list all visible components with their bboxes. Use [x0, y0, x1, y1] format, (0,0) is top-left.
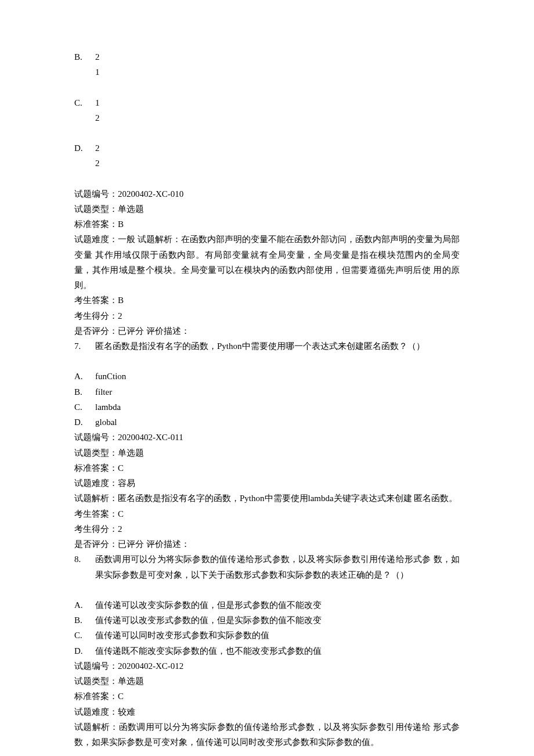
option-text-line1: 1	[95, 95, 460, 110]
difficulty: 试题难度：容易	[74, 476, 460, 491]
option-c: C. 1	[74, 95, 460, 110]
option-b: B. filter	[74, 384, 460, 399]
difficulty: 试题难度：较难	[74, 704, 460, 719]
option-letter: D.	[74, 141, 95, 156]
difficulty-analysis: 试题难度：一般 试题解析：在函数内部声明的变量不能在函数外部访问，函数内部声明的…	[74, 232, 460, 293]
option-c-line2: 2	[74, 110, 460, 125]
option-text: 值传递可以改变实际参数的值，但是形式参数的值不能改变	[95, 597, 460, 613]
option-text: 值传递既不能改变实际参数的值，也不能改变形式参数的值	[95, 643, 460, 658]
option-letter: B.	[74, 384, 95, 399]
question-stem: 函数调用可以分为将实际参数的值传递给形式参数，以及将实际参数引用传递给形式参 数…	[95, 552, 460, 582]
option-letter: D.	[74, 643, 95, 658]
candidate-answer: 考生答案：B	[74, 293, 460, 308]
analysis: 试题解析：函数调用可以分为将实际参数的值传递给形式参数，以及将实际参数引用传递给…	[74, 719, 460, 750]
candidate-score: 考生得分：2	[74, 521, 460, 537]
question-id: 试题编号：20200402-XC-011	[74, 430, 460, 445]
option-letter: B.	[74, 613, 95, 628]
option-b: B. 2	[74, 49, 460, 64]
option-d: D. global	[74, 415, 460, 430]
candidate-score: 考生得分：2	[74, 308, 460, 323]
option-d: D. 值传递既不能改变实际参数的值，也不能改变形式参数的值	[74, 643, 460, 658]
option-text-line1: 2	[95, 49, 460, 64]
answer-key: 标准答案：C	[74, 460, 460, 476]
option-letter: C.	[74, 628, 95, 643]
question-7: 7. 匿名函数是指没有名字的函数，Python中需要使用哪一个表达式来创建匿名函…	[74, 339, 460, 354]
option-text: global	[95, 415, 460, 430]
option-text: filter	[95, 384, 460, 399]
option-text: 值传递可以改变形式参数的值，但是实际参数的值不能改变	[95, 613, 460, 628]
option-letter: D.	[74, 415, 95, 430]
option-text-line2: 1	[95, 64, 460, 80]
option-b-line2: 1	[74, 64, 460, 80]
option-a: A. 值传递可以改变实际参数的值，但是形式参数的值不能改变	[74, 597, 460, 613]
option-d-line2: 2	[74, 156, 460, 171]
option-text-line2: 2	[95, 156, 460, 171]
analysis: 试题解析：匿名函数是指没有名字的函数，Python中需要使用lambda关键字表…	[74, 491, 460, 506]
question-type: 试题类型：单选题	[74, 445, 460, 460]
option-b: B. 值传递可以改变形式参数的值，但是实际参数的值不能改变	[74, 613, 460, 628]
graded-status: 是否评分：已评分 评价描述：	[74, 323, 460, 339]
option-letter: C.	[74, 399, 95, 415]
option-letter: A.	[74, 369, 95, 384]
option-text: lambda	[95, 399, 460, 415]
candidate-answer: 考生答案：C	[74, 506, 460, 521]
option-text-line1: 2	[95, 141, 460, 156]
graded-status: 是否评分：已评分 评价描述：	[74, 537, 460, 552]
option-letter: C.	[74, 95, 95, 110]
question-number: 8.	[74, 552, 95, 582]
question-id: 试题编号：20200402-XC-010	[74, 186, 460, 201]
answer-key: 标准答案：B	[74, 217, 460, 232]
question-stem: 匿名函数是指没有名字的函数，Python中需要使用哪一个表达式来创建匿名函数？（…	[95, 339, 460, 354]
question-8: 8. 函数调用可以分为将实际参数的值传递给形式参数，以及将实际参数引用传递给形式…	[74, 552, 460, 582]
question-number: 7.	[74, 339, 95, 354]
answer-key: 标准答案：C	[74, 689, 460, 704]
option-c: C. lambda	[74, 399, 460, 415]
question-type: 试题类型：单选题	[74, 674, 460, 689]
option-c: C. 值传递可以同时改变形式参数和实际参数的值	[74, 628, 460, 643]
option-d: D. 2	[74, 141, 460, 156]
question-type: 试题类型：单选题	[74, 201, 460, 217]
option-letter: B.	[74, 49, 95, 64]
option-letter: A.	[74, 597, 95, 613]
option-text: 值传递可以同时改变形式参数和实际参数的值	[95, 628, 460, 643]
question-id: 试题编号：20200402-XC-012	[74, 658, 460, 674]
option-a: A. funCtion	[74, 369, 460, 384]
option-text-line2: 2	[95, 110, 460, 125]
option-text: funCtion	[95, 369, 460, 384]
